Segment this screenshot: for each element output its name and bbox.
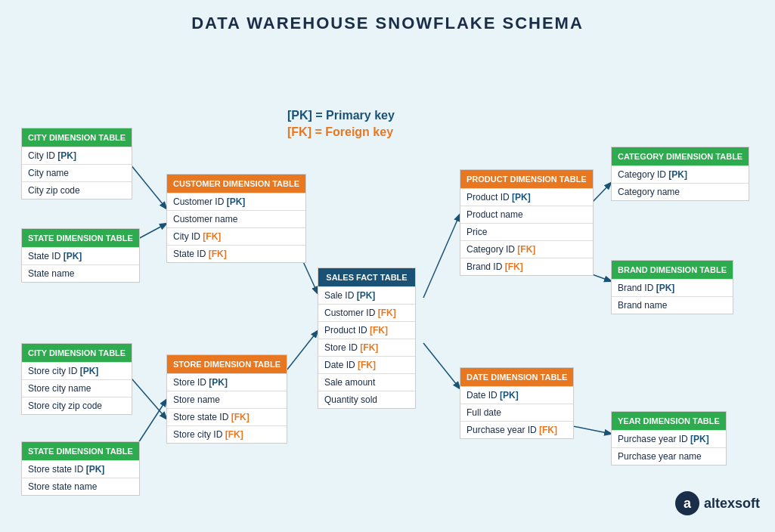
table-row-year_dim-1: Purchase year name	[612, 447, 726, 465]
svg-line-7	[423, 343, 460, 388]
fk-badge: [FK]	[360, 342, 378, 353]
table-row-product_dim-4: Brand ID [FK]	[460, 258, 593, 275]
svg-line-6	[423, 215, 460, 298]
fk-badge: [FK]	[358, 360, 376, 370]
table-state_dim_top: STATE DIMENSION TABLEState ID [PK]State …	[21, 228, 140, 283]
table-row-store_dim-0: Store ID [PK]	[167, 373, 287, 391]
pk-badge: [PK]	[209, 377, 228, 388]
table-brand_dim: BRAND DIMENSION TABLEBrand ID [PK]Brand …	[611, 260, 733, 314]
table-store_dim: STORE DIMENSION TABLEStore ID [PK]Store …	[166, 354, 287, 444]
table-row-city_dim_bottom-2: Store city zip code	[22, 397, 132, 414]
logo: a altexsoft	[675, 491, 760, 515]
table-row-store_dim-2: Store state ID [FK]	[167, 408, 287, 425]
table-row-state_dim_bottom-1: Store state name	[22, 478, 139, 495]
pk-legend: [PK] = Primary key	[287, 109, 395, 122]
table-row-sales_fact-5: Sale amount	[318, 373, 415, 391]
table-row-customer_dim-0: Customer ID [PK]	[167, 193, 305, 210]
svg-line-0	[127, 160, 166, 209]
table-row-year_dim-0: Purchase year ID [PK]	[612, 430, 726, 447]
table-row-sales_fact-1: Customer ID [FK]	[318, 304, 415, 321]
fk-badge: [FK]	[203, 231, 221, 242]
pk-badge: [PK]	[500, 390, 519, 401]
table-city_dim_bottom: CITY DIMENSION TABLEStore city ID [PK]St…	[21, 343, 132, 415]
pk-badge: [PK]	[690, 434, 709, 444]
table-header-city_dim_bottom: CITY DIMENSION TABLE	[22, 344, 132, 362]
pk-badge: [PK]	[357, 290, 376, 301]
table-header-brand_dim: BRAND DIMENSION TABLE	[612, 261, 733, 279]
table-row-date_dim-2: Purchase year ID [FK]	[460, 421, 573, 438]
table-row-brand_dim-1: Brand name	[612, 296, 733, 314]
table-header-customer_dim: CUSTOMER DIMENSION TABLE	[167, 175, 305, 193]
table-row-product_dim-3: Category ID [FK]	[460, 240, 593, 258]
table-header-date_dim: DATE DIMENSION TABLE	[460, 368, 573, 386]
page-title: DATA WAREHOUSE SNOWFLAKE SCHEMA	[0, 0, 775, 41]
fk-badge: [FK]	[370, 325, 388, 336]
table-header-sales_fact: SALES FACT TABLE	[318, 268, 415, 286]
table-row-state_dim_bottom-0: Store state ID [PK]	[22, 460, 139, 478]
pk-badge: [PK]	[64, 251, 82, 261]
table-row-sales_fact-2: Product ID [FK]	[318, 321, 415, 339]
svg-line-4	[127, 373, 166, 419]
table-row-product_dim-2: Price	[460, 223, 593, 240]
table-row-sales_fact-4: Date ID [FK]	[318, 356, 415, 373]
table-row-sales_fact-0: Sale ID [PK]	[318, 286, 415, 304]
table-row-city_dim_top-2: City zip code	[22, 181, 132, 199]
table-row-store_dim-1: Store name	[167, 391, 287, 408]
fk-badge: [FK]	[505, 261, 523, 272]
table-row-state_dim_top-0: State ID [PK]	[22, 247, 139, 264]
table-row-sales_fact-6: Quantity sold	[318, 391, 415, 408]
fk-legend: [FK] = Foreign key	[287, 125, 395, 139]
table-header-product_dim: PRODUCT DIMENSION TABLE	[460, 170, 593, 188]
table-row-state_dim_top-1: State name	[22, 264, 139, 282]
table-header-city_dim_top: CITY DIMENSION TABLE	[22, 128, 132, 147]
table-row-city_dim_top-0: City ID [PK]	[22, 147, 132, 164]
table-date_dim: DATE DIMENSION TABLEDate ID [PK]Full dat…	[460, 367, 574, 439]
fk-badge: [FK]	[378, 308, 396, 318]
table-city_dim_top: CITY DIMENSION TABLECity ID [PK]City nam…	[21, 128, 132, 200]
table-row-category_dim-0: Category ID [PK]	[612, 165, 749, 183]
table-row-city_dim_top-1: City name	[22, 164, 132, 181]
table-header-category_dim: CATEGORY DIMENSION TABLE	[612, 147, 749, 165]
pk-badge: [PK]	[656, 283, 675, 293]
pk-badge: [PK]	[80, 366, 99, 376]
pk-badge: [PK]	[227, 196, 246, 207]
table-row-date_dim-0: Date ID [PK]	[460, 386, 573, 404]
fk-badge: [FK]	[209, 249, 227, 259]
table-row-city_dim_bottom-0: Store city ID [PK]	[22, 362, 132, 379]
table-row-product_dim-1: Product name	[460, 206, 593, 223]
table-header-year_dim: YEAR DIMENSION TABLE	[612, 412, 726, 430]
table-row-product_dim-0: Product ID [PK]	[460, 188, 593, 206]
table-header-state_dim_bottom: STATE DIMENSION TABLE	[22, 442, 139, 460]
table-row-brand_dim-0: Brand ID [PK]	[612, 279, 733, 296]
logo-text: altexsoft	[704, 496, 760, 512]
pk-badge: [PK]	[57, 150, 76, 161]
table-product_dim: PRODUCT DIMENSION TABLEProduct ID [PK]Pr…	[460, 169, 594, 276]
logo-icon: a	[675, 491, 699, 515]
pk-badge: [PK]	[668, 169, 687, 180]
table-customer_dim: CUSTOMER DIMENSION TABLECustomer ID [PK]…	[166, 174, 306, 263]
table-row-store_dim-3: Store city ID [FK]	[167, 425, 287, 443]
table-sales_fact: SALES FACT TABLESale ID [PK]Customer ID …	[318, 268, 416, 409]
fk-badge: [FK]	[539, 425, 557, 435]
table-header-store_dim: STORE DIMENSION TABLE	[167, 355, 287, 373]
pk-badge: [PK]	[512, 192, 531, 203]
legend: [PK] = Primary key [FK] = Foreign key	[287, 109, 395, 139]
table-row-city_dim_bottom-1: Store city name	[22, 379, 132, 397]
table-row-sales_fact-3: Store ID [FK]	[318, 339, 415, 356]
table-row-category_dim-1: Category name	[612, 183, 749, 200]
fk-badge: [FK]	[225, 429, 243, 440]
table-header-state_dim_top: STATE DIMENSION TABLE	[22, 229, 139, 247]
table-year_dim: YEAR DIMENSION TABLEPurchase year ID [PK…	[611, 411, 727, 466]
fk-badge: [FK]	[517, 244, 535, 255]
table-row-customer_dim-3: State ID [FK]	[167, 245, 305, 262]
table-state_dim_bottom: STATE DIMENSION TABLEStore state ID [PK]…	[21, 441, 140, 496]
svg-line-10	[573, 426, 611, 434]
table-row-customer_dim-2: City ID [FK]	[167, 227, 305, 245]
fk-badge: [FK]	[231, 412, 250, 422]
pk-badge: [PK]	[86, 464, 105, 475]
table-category_dim: CATEGORY DIMENSION TABLECategory ID [PK]…	[611, 147, 749, 201]
table-row-date_dim-1: Full date	[460, 404, 573, 421]
table-row-customer_dim-1: Customer name	[167, 210, 305, 227]
